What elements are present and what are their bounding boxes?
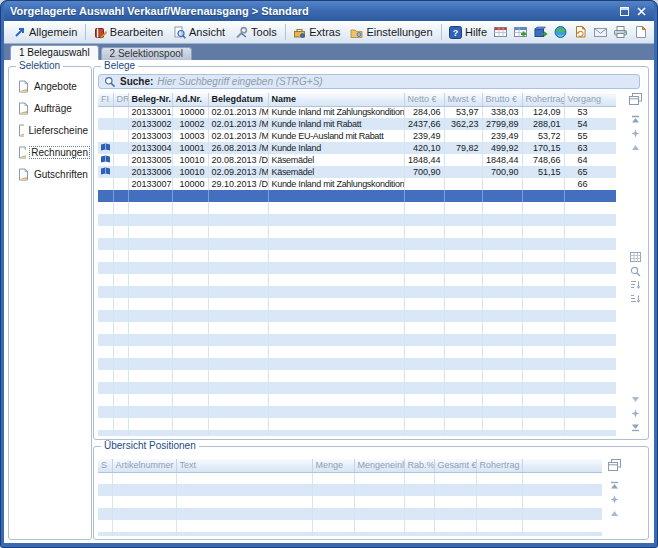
belege-header-row: FI DR Beleg-Nr. Ad.Nr. Belegdatum Name N… [98, 93, 616, 106]
empty-row [98, 508, 602, 520]
col-fi[interactable]: FI [98, 93, 113, 106]
scroll-top-icon[interactable] [610, 479, 619, 491]
menu-allgemein[interactable]: Allgemein [8, 24, 82, 41]
globe-icon[interactable] [552, 25, 568, 40]
col-belegdatum[interactable]: Belegdatum [208, 93, 268, 106]
scroll-page-up-icon[interactable] [631, 127, 640, 139]
beleg-row[interactable]: 20133006 10010 02.09.2013 /Mo Käsemädel … [98, 166, 616, 178]
col-rohertrag[interactable]: Rohertrag € [522, 93, 564, 106]
scroll-up-icon[interactable] [631, 141, 640, 153]
search-label: Suche: [120, 76, 153, 87]
close-icon [637, 7, 646, 16]
empty-row [98, 214, 616, 226]
empty-row [98, 298, 616, 310]
col-dr[interactable]: DR [113, 93, 128, 106]
sort-desc-icon[interactable] [630, 293, 641, 305]
selektion-item-gutschriften[interactable]: Gutschriften [18, 168, 89, 181]
menu-hilfe[interactable]: ? Hilfe [444, 24, 492, 41]
table-export-icon[interactable] [492, 25, 508, 40]
empty-row [98, 250, 616, 262]
column-chooser-icon[interactable] [608, 459, 621, 471]
positionen-grid: S Artikelnummer Text Menge Mengeneinheit… [98, 459, 602, 536]
belege-grid: FI DR Beleg-Nr. Ad.Nr. Belegdatum Name N… [98, 93, 616, 436]
col-mengeneinheit[interactable]: Mengeneinheit [354, 459, 404, 472]
scroll-top-icon[interactable] [631, 113, 640, 125]
beleg-row[interactable]: 20133003 10003 02.01.2013 /Mi Kunde EU-A… [98, 130, 616, 142]
col-ad-nr[interactable]: Ad.Nr. [172, 93, 208, 106]
beleg-row[interactable]: 20133007 10000 29.10.2013 /Di Kunde Inla… [98, 178, 616, 190]
empty-row [98, 202, 616, 214]
scroll-bottom-icon[interactable] [631, 421, 640, 433]
col-mwst[interactable]: Mwst € [444, 93, 482, 106]
empty-row [98, 262, 616, 274]
search-icon[interactable] [630, 265, 641, 277]
col-netto[interactable]: Netto € [404, 93, 444, 106]
application-window: Vorgelagerte Auswahl Verkauf/Warenausgan… [0, 0, 658, 548]
print-icon[interactable] [612, 25, 628, 40]
belege-group: Belege Suche: Hier Suchbegriff eingeben … [93, 66, 649, 440]
package-icon[interactable] [532, 25, 548, 40]
menu-ansicht[interactable]: Ansicht [168, 24, 230, 41]
col-gesamt[interactable]: Gesamt € [434, 459, 476, 472]
sort-asc-icon[interactable] [630, 279, 641, 291]
quick-toolbar [492, 25, 650, 40]
scroll-page-down-icon[interactable] [631, 407, 640, 419]
col-name[interactable]: Name [268, 93, 404, 106]
menubar: Allgemein Bearbeiten Ansicht Tools Extra… [4, 21, 654, 44]
col-s[interactable]: S [98, 459, 112, 472]
document-page-icon [18, 146, 26, 159]
new-document-icon[interactable] [632, 25, 648, 40]
document-refresh-icon[interactable] [572, 25, 588, 40]
search-bar[interactable]: Suche: Hier Suchbegriff eingeben (STRG+S… [98, 74, 640, 89]
beleg-row[interactable]: 20133005 10010 20.08.2013 /Di Käsemädel … [98, 154, 616, 166]
column-chooser-icon[interactable] [629, 93, 642, 105]
fibu-book-icon [100, 143, 111, 152]
selektion-item-lieferscheine[interactable]: Lieferscheine [18, 124, 89, 137]
empty-row [98, 322, 616, 334]
email-icon[interactable] [592, 25, 608, 40]
col-brutto[interactable]: Brutto € [482, 93, 522, 106]
col-text[interactable]: Text [176, 459, 312, 472]
help-icon: ? [449, 26, 462, 39]
table-add-icon[interactable] [512, 25, 528, 40]
restore-button[interactable] [618, 5, 631, 18]
menu-extras[interactable]: Extras [288, 24, 345, 41]
tab-selektionspool[interactable]: 2 Selektionspool [101, 47, 192, 60]
menu-tools[interactable]: Tools [230, 24, 282, 41]
col-rab[interactable]: Rab.% [404, 459, 434, 472]
empty-row [98, 532, 602, 536]
tab-belegauswahl[interactable]: 1 Belegauswahl [10, 45, 99, 60]
close-button[interactable] [635, 5, 648, 18]
document-page-icon [18, 124, 24, 137]
empty-row [98, 472, 602, 484]
col-vorgang[interactable]: Vorgang [564, 93, 616, 106]
beleg-row[interactable]: 20133002 10002 02.01.2013 /Mi Kunde Inla… [98, 118, 616, 130]
menu-einstellungen[interactable]: Einstellungen [345, 24, 437, 41]
belege-side-toolbar [627, 93, 644, 435]
empty-row [98, 286, 616, 298]
col-menge[interactable]: Menge [312, 459, 354, 472]
scroll-page-up-icon[interactable] [610, 493, 619, 505]
empty-row [98, 382, 616, 394]
search-placeholder: Hier Suchbegriff eingeben (STRG+S) [157, 76, 322, 87]
scroll-down-icon[interactable] [631, 393, 640, 405]
document-page-icon [18, 102, 29, 115]
selektion-item-rechnungen[interactable]: Rechnungen [18, 146, 89, 159]
col-beleg-nr[interactable]: Beleg-Nr. [128, 93, 172, 106]
beleg-row[interactable]: 20133001 10000 02.01.2013 /Mi Kunde Inla… [98, 106, 616, 118]
scroll-up-icon[interactable] [610, 507, 619, 519]
selektion-item-auftraege[interactable]: Aufträge [18, 102, 89, 115]
beleg-row[interactable]: 20133004 10001 26.08.2013 /Mo Kunde Inla… [98, 142, 616, 154]
tabstrip: 1 Belegauswahl 2 Selektionspool [4, 44, 654, 60]
positionen-side-toolbar [606, 459, 623, 535]
col-artikelnummer[interactable]: Artikelnummer [112, 459, 176, 472]
selektion-item-angebote[interactable]: Angebote [18, 80, 89, 93]
empty-row [98, 346, 616, 358]
view-magnifier-icon [173, 26, 186, 39]
menu-bearbeiten[interactable]: Bearbeiten [89, 24, 168, 41]
grid-view-icon[interactable] [630, 251, 641, 263]
selektion-group: Selektion Angebote Aufträge Lieferschein… [8, 66, 92, 540]
col-rohertrag2[interactable]: Rohertrag € [476, 459, 522, 472]
selected-new-row[interactable] [98, 190, 616, 202]
fibu-book-icon [100, 155, 111, 164]
